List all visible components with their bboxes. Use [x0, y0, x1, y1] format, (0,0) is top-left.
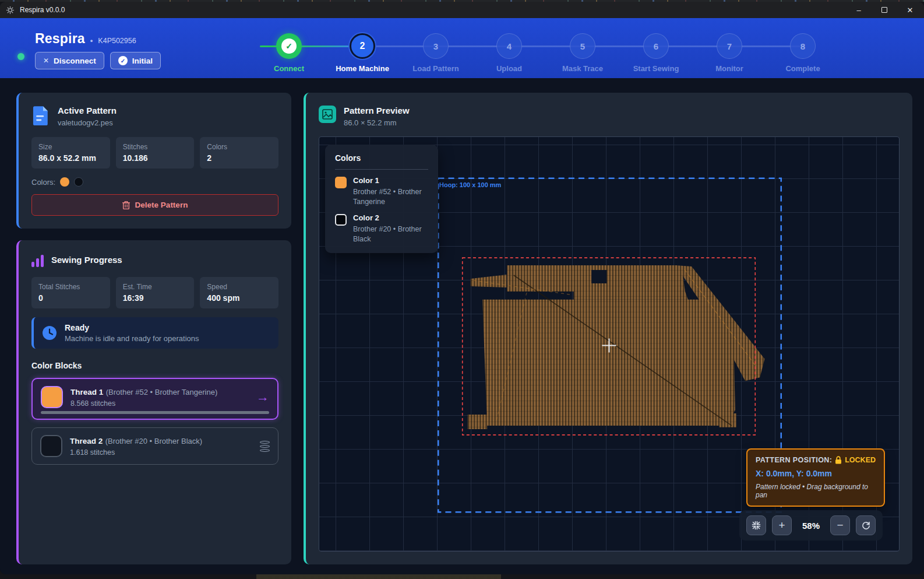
step-load-pattern[interactable]: 3 Load Pattern — [399, 33, 472, 73]
step-home-machine[interactable]: 2 Home Machine — [326, 33, 399, 73]
pattern-preview-title: Pattern Preview — [344, 106, 410, 115]
maximize-icon — [881, 7, 887, 13]
header: Respira • K4P502956 ✕ Disconnect ✓ Initi… — [0, 18, 924, 78]
check-icon: ✓ — [281, 38, 297, 54]
thread-1-progress-bar — [41, 411, 269, 414]
step-mask-trace-circle: 5 — [570, 33, 595, 59]
trash-icon — [122, 201, 130, 209]
locked-badge: LOCKED — [835, 456, 876, 464]
color-blocks-heading: Color Blocks — [31, 361, 278, 370]
pattern-preview-card: Pattern Preview 86.0 × 52.2 mm — [304, 93, 912, 564]
color-1-detail: Brother #52 • Brother Tangerine — [353, 187, 428, 207]
machine-status-box: Ready Machine is idle and ready for oper… — [31, 317, 278, 349]
preview-canvas[interactable]: Hoop: 100 x 100 mm Colors Color 1 Brothe… — [319, 136, 900, 552]
workflow-stepper: ✓ Connect 2 Home Machine 3 Load Pattern … — [256, 18, 845, 78]
delete-pattern-label: Delete Pattern — [135, 201, 188, 209]
stat-size: Size 86.0 x 52.2 mm — [31, 137, 110, 169]
thread-2-block[interactable]: Thread 2 (Brother #20 • Brother Black) 1… — [31, 427, 278, 465]
pattern-coordinates: X: 0.0mm, Y: 0.0mm — [756, 469, 876, 478]
pattern-position-label: PATTERN POSITION: — [756, 456, 832, 464]
initial-label: Initial — [132, 57, 153, 65]
layers-icon — [260, 441, 270, 452]
thread-2-swatch — [40, 435, 62, 457]
step-connect-label: Connect — [252, 64, 326, 73]
step-start-sewing[interactable]: 6 Start Sewing — [619, 33, 693, 73]
color-item-1: Color 1 Brother #52 • Brother Tangerine — [335, 176, 428, 207]
titlebar: Respira v0.0.0 – ✕ — [0, 2, 924, 18]
serial-bullet: • — [90, 36, 93, 45]
thread-2-name: Thread 2 — [70, 437, 103, 445]
active-pattern-card: Active Pattern valetudogv2.pes Size 86.0… — [16, 93, 291, 229]
step-monitor[interactable]: 7 Monitor — [693, 33, 766, 73]
pattern-filename: valetudogv2.pes — [58, 118, 117, 127]
initial-button[interactable]: ✓ Initial — [110, 52, 161, 69]
step-connect[interactable]: ✓ Connect — [252, 33, 326, 73]
active-pattern-title: Active Pattern — [58, 106, 117, 115]
colors-panel: Colors Color 1 Brother #52 • Brother Tan… — [325, 145, 438, 253]
disconnect-button[interactable]: ✕ Disconnect — [35, 52, 104, 69]
step-load-pattern-label: Load Pattern — [399, 64, 472, 73]
step-home-machine-circle: 2 — [350, 33, 375, 59]
thread-1-name: Thread 1 — [70, 388, 103, 396]
step-upload[interactable]: 4 Upload — [472, 33, 546, 73]
connection-status-dot — [17, 53, 24, 60]
close-button[interactable]: ✕ — [897, 2, 923, 18]
hoop-label: Hoop: 100 x 100 mm — [439, 181, 501, 188]
zoom-out-button[interactable]: − — [830, 515, 850, 535]
pattern-position-overlay: PATTERN POSITION: LOCKED X: 0.0mm, Y: 0.… — [746, 448, 885, 507]
status-subtitle: Machine is idle and ready for operations — [65, 334, 199, 343]
step-start-sewing-circle: 6 — [643, 33, 669, 59]
step-connect-circle: ✓ — [276, 33, 302, 59]
window-title: Respira v0.0.0 — [20, 6, 65, 14]
arrow-right-icon: → — [256, 389, 269, 405]
disconnect-x-icon: ✕ — [43, 57, 49, 65]
step-complete[interactable]: 8 Complete — [766, 33, 840, 73]
thread-2-detail: (Brother #20 • Brother Black) — [105, 437, 202, 445]
sewing-progress-title: Sewing Progress — [51, 255, 122, 265]
step-monitor-circle: 7 — [717, 33, 742, 59]
step-complete-label: Complete — [766, 64, 840, 73]
color-2-detail: Brother #20 • Brother Black — [353, 224, 428, 244]
file-icon — [31, 106, 50, 125]
image-icon — [319, 106, 336, 123]
color-2-name: Color 2 — [353, 213, 428, 222]
reset-view-icon — [861, 521, 871, 531]
stat-colors: Colors 2 — [200, 137, 278, 169]
main-content: Active Pattern valetudogv2.pes Size 86.0… — [0, 78, 924, 574]
color-item-2: Color 2 Brother #20 • Brother Black — [335, 213, 428, 244]
step-complete-circle: 8 — [790, 33, 816, 59]
zoom-level: 58% — [798, 521, 824, 531]
thread-1-stitches: 8.568 stitches — [70, 399, 249, 408]
step-mask-trace-label: Mask Trace — [546, 64, 619, 73]
minimize-button[interactable]: – — [846, 2, 872, 18]
step-home-machine-label: Home Machine — [326, 64, 399, 73]
zoom-in-button[interactable]: + — [772, 515, 792, 535]
step-mask-trace[interactable]: 5 Mask Trace — [546, 33, 619, 73]
pattern-dimensions: 86.0 × 52.2 mm — [344, 118, 410, 127]
stat-total-stitches: Total Stitches 0 — [31, 277, 110, 308]
pattern-position-hint: Pattern locked • Drag background to pan — [756, 483, 876, 499]
reset-view-button[interactable] — [856, 515, 876, 535]
color-1-name: Color 1 — [353, 176, 428, 185]
sewing-progress-card: Sewing Progress Total Stitches 0 Est. Ti… — [16, 240, 291, 564]
disconnect-label: Disconnect — [54, 57, 96, 65]
fit-to-screen-icon — [752, 521, 761, 530]
step-load-pattern-circle: 3 — [423, 33, 449, 59]
step-upload-circle: 4 — [496, 33, 522, 59]
step-monitor-label: Monitor — [693, 64, 766, 73]
fit-to-screen-button[interactable] — [746, 515, 766, 535]
clock-icon — [42, 325, 57, 341]
thread-1-block[interactable]: Thread 1 (Brother #52 • Brother Tangerin… — [31, 378, 278, 420]
zoom-controls: + 58% − — [739, 510, 883, 541]
stat-speed: Speed 400 spm — [200, 277, 278, 308]
background-window-sliver-bottom — [0, 574, 924, 579]
color-swatch-black — [74, 177, 83, 187]
thread-1-swatch — [41, 386, 63, 408]
stat-stitches: Stitches 10.186 — [116, 137, 195, 169]
step-start-sewing-label: Start Sewing — [619, 64, 693, 73]
maximize-button[interactable] — [872, 2, 897, 18]
colors-row-label: Colors: — [31, 178, 55, 187]
step-upload-label: Upload — [472, 64, 546, 73]
shield-check-icon: ✓ — [118, 56, 128, 65]
delete-pattern-button[interactable]: Delete Pattern — [31, 194, 278, 216]
